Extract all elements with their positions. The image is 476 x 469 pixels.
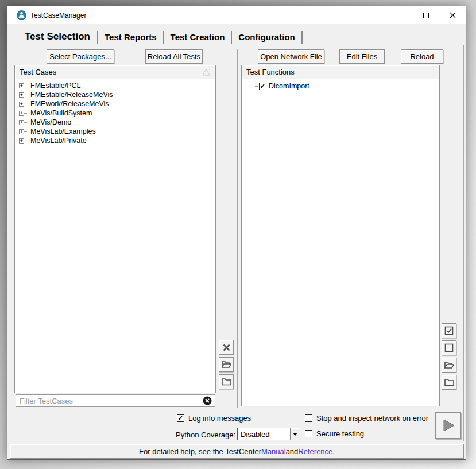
minimize-icon [397, 15, 403, 15]
run-tests-button[interactable] [435, 412, 461, 439]
stop-inspect-checkbox[interactable] [305, 414, 312, 422]
window-controls [386, 6, 466, 24]
help-text-suffix: . [332, 447, 335, 456]
test-cases-panel: Test Cases + FMEstable/PCL + FMEstable/R… [14, 65, 216, 393]
tree-item-fmestable-releasemevis[interactable]: + FMEstable/ReleaseMeVis [19, 90, 215, 99]
folder-open-icon [222, 361, 231, 369]
tab-test-selection[interactable]: Test Selection [18, 30, 97, 45]
folder-closed-icon [444, 378, 454, 386]
branch-line [24, 86, 28, 86]
tab-configuration[interactable]: Configuration [232, 30, 301, 45]
clear-filter-icon[interactable] [203, 396, 212, 405]
branch-line [24, 113, 28, 114]
branch-line [24, 141, 28, 141]
open-test-function-folder-button[interactable] [442, 358, 456, 373]
log-info-messages-option[interactable]: ✓ Log info messages [177, 414, 251, 423]
tab-test-creation[interactable]: Test Creation [164, 30, 231, 45]
tree-item-mevislab-examples[interactable]: + MeVisLab/Examples [19, 127, 215, 136]
test-cases-tree: + FMEstable/PCL + FMEstable/ReleaseMeVis… [15, 79, 215, 145]
tab-separator [301, 31, 303, 44]
secure-testing-checkbox[interactable] [305, 430, 312, 437]
x-icon [222, 343, 231, 352]
tree-item-label: FMEwork/ReleaseMeVis [30, 100, 109, 108]
secure-testing-option[interactable]: Secure testing [305, 429, 364, 438]
log-info-messages-label: Log info messages [188, 414, 251, 423]
tree-item-label: DicomImport [269, 82, 309, 90]
filter-testcases-input[interactable] [16, 397, 203, 405]
app-icon [17, 10, 26, 20]
remove-testcase-button[interactable] [219, 340, 234, 355]
expand-icon[interactable]: + [19, 120, 24, 125]
expand-icon[interactable]: + [19, 129, 24, 134]
filter-testcases-field [16, 394, 215, 407]
log-info-messages-checkbox[interactable]: ✓ [177, 414, 184, 422]
window-title: TestCaseManager [30, 11, 86, 20]
branch-line [24, 104, 28, 104]
panel-splitter[interactable] [235, 49, 238, 408]
close-icon [450, 12, 456, 18]
manual-link[interactable]: Manual [261, 447, 286, 456]
tree-item-mevislab-private[interactable]: + MeVisLab/Private [19, 136, 215, 145]
close-button[interactable] [439, 6, 466, 24]
minimize-button[interactable] [386, 6, 413, 24]
branch-line [24, 131, 28, 132]
tree-item-fmestable-pcl[interactable]: + FMEstable/PCL [19, 81, 215, 90]
sort-indicator-icon [202, 69, 211, 76]
edit-files-button[interactable]: Edit Files [339, 49, 385, 64]
maximize-icon [423, 13, 429, 18]
tree-item-fmework-releasemevis[interactable]: + FMEwork/ReleaseMeVis [19, 99, 215, 108]
reference-link[interactable]: Reference [298, 447, 332, 456]
tab-bar: Test Selection Test Reports Test Creatio… [18, 29, 303, 45]
test-functions-header[interactable]: Test Functions [242, 65, 439, 79]
help-footer: For detailed help, see the TestCenter Ma… [10, 444, 464, 459]
tree-item-dicomimport[interactable]: ✓ DicomImport [246, 81, 439, 91]
select-packages-button[interactable]: Select Packages... [47, 49, 114, 64]
reload-all-tests-button[interactable]: Reload All Tests [145, 49, 203, 64]
test-functions-tree: ✓ DicomImport [242, 79, 439, 91]
branch-line [24, 122, 28, 123]
expand-icon[interactable]: + [19, 138, 24, 144]
chevron-down-icon [293, 433, 297, 436]
checked-box-icon [444, 326, 454, 335]
uncheck-all-tests-button[interactable] [442, 340, 456, 355]
test-cases-header-label: Test Cases [20, 68, 56, 76]
tree-item-label: MeVis/BuildSystem [30, 109, 92, 117]
expand-icon[interactable]: + [19, 111, 24, 116]
expand-icon[interactable]: + [19, 102, 24, 107]
tree-item-label: MeVisLab/Private [30, 137, 87, 145]
branch-line [24, 95, 28, 95]
stop-inspect-label: Stop and inspect network on error [316, 414, 428, 423]
tree-item-mevis-demo[interactable]: + MeVis/Demo [19, 118, 215, 127]
help-text-prefix: For detailed help, see the TestCenter [139, 447, 261, 456]
secure-testing-label: Secure testing [316, 429, 364, 438]
stop-inspect-option[interactable]: Stop and inspect network on error [305, 414, 428, 423]
check-all-tests-button[interactable] [442, 323, 456, 338]
python-coverage-dropdown-button[interactable] [290, 428, 300, 440]
maximize-button[interactable] [413, 6, 439, 24]
expand-icon[interactable]: + [19, 83, 24, 88]
python-coverage-label: Python Coverage: [176, 431, 235, 439]
expand-icon[interactable]: + [19, 92, 24, 98]
reload-button[interactable]: Reload [401, 49, 443, 64]
test-functions-header-label: Test Functions [246, 68, 295, 76]
branch-line [253, 82, 258, 87]
test-functions-panel: Test Functions ✓ DicomImport [241, 65, 440, 406]
folder-closed-icon [222, 378, 231, 386]
open-testcase-folder-button[interactable] [219, 357, 234, 372]
testcasemanager-window: TestCaseManager Test Selection Test Repo… [7, 6, 466, 460]
tree-item-label: FMEstable/ReleaseMeVis [30, 91, 113, 99]
empty-box-icon [444, 343, 454, 352]
test-cases-header[interactable]: Test Cases [15, 65, 215, 79]
folder-open-icon [444, 361, 454, 369]
tree-item-label: MeVisLab/Examples [30, 127, 96, 135]
tree-item-mevis-buildsystem[interactable]: + MeVis/BuildSystem [19, 108, 215, 118]
tree-item-label: MeVis/Demo [30, 118, 71, 126]
dicomimport-checkbox[interactable]: ✓ [259, 83, 266, 90]
python-coverage-select[interactable]: Disabled [237, 428, 300, 440]
tab-test-reports[interactable]: Test Reports [98, 30, 163, 45]
show-test-function-folder-button[interactable] [442, 375, 456, 390]
show-testcase-folder-button[interactable] [219, 374, 234, 389]
open-network-file-button[interactable]: Open Network File [258, 49, 324, 64]
titlebar: TestCaseManager [7, 6, 466, 24]
python-coverage-value: Disabled [238, 430, 290, 439]
